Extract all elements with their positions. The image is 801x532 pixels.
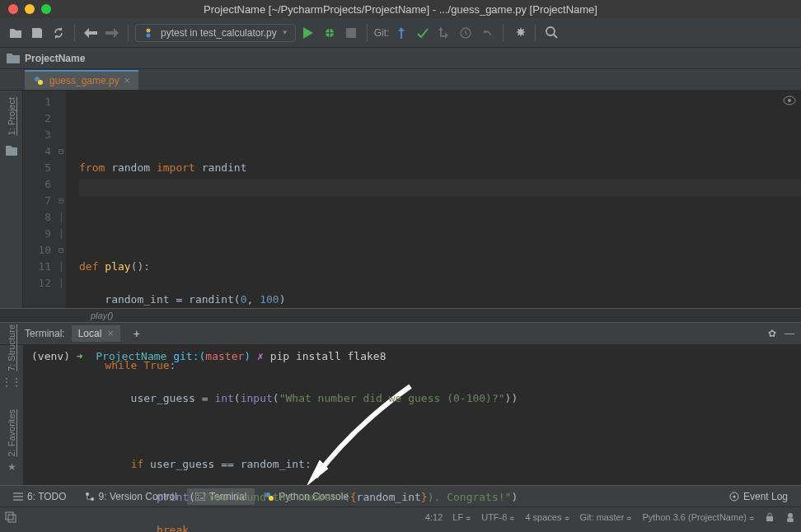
git-update-icon[interactable] <box>392 24 410 42</box>
maximize-window-button[interactable] <box>41 4 51 14</box>
svg-point-5 <box>546 27 555 35</box>
svg-rect-17 <box>6 512 13 520</box>
terminal-title: Terminal: <box>25 328 65 339</box>
tool-project[interactable]: 1: Project <box>7 91 16 142</box>
editor-tab[interactable]: guess_game.py × <box>25 70 138 90</box>
python-file-icon <box>33 75 44 86</box>
fold-gutter: ⊟ ⊟││⊟││ <box>56 91 66 308</box>
close-window-button[interactable] <box>8 4 18 14</box>
project-gutter-icon[interactable] <box>6 145 17 156</box>
inspection-eye-icon[interactable] <box>783 96 796 105</box>
left-tool-gutter: 1: Project <box>0 91 23 308</box>
tool-structure[interactable]: 7: Structure <box>7 320 16 376</box>
main-editor-area: 1: Project 123456789101112 ⊟ ⊟││⊟││ from… <box>0 91 801 308</box>
git-compare-icon[interactable] <box>435 24 453 42</box>
gutter-line-numbers: 123456789101112 <box>23 91 56 308</box>
git-revert-icon[interactable] <box>478 24 496 42</box>
nav-bar: ProjectName <box>0 48 801 69</box>
window-controls <box>0 4 51 14</box>
minimize-window-button[interactable] <box>25 4 35 14</box>
git-commit-icon[interactable] <box>414 24 432 42</box>
back-arrow-icon[interactable] <box>82 24 100 42</box>
code-editor[interactable]: from random import randint def play(): r… <box>66 91 801 308</box>
window-title: ProjectName [~/PycharmProjects/ProjectNa… <box>0 3 801 16</box>
svg-point-1 <box>147 33 151 37</box>
search-icon[interactable] <box>542 24 560 42</box>
open-icon[interactable] <box>7 24 25 42</box>
run-configuration-selector[interactable]: pytest in test_calculator.py ▼ <box>135 24 296 42</box>
settings-icon[interactable] <box>510 24 528 42</box>
chevron-down-icon: ▼ <box>282 29 288 36</box>
left-gutter-lower: 7: Structure ⋮⋮ 2: Favorites ★ <box>0 320 23 473</box>
titlebar: ProjectName [~/PycharmProjects/ProjectNa… <box>0 0 801 18</box>
tab-close-icon[interactable]: × <box>124 75 130 86</box>
forward-arrow-icon[interactable] <box>103 24 121 42</box>
svg-point-0 <box>147 28 151 32</box>
git-label: Git: <box>374 27 390 39</box>
svg-rect-18 <box>8 515 16 522</box>
bottom-tab-todo[interactable]: 6: TODO <box>5 488 75 505</box>
stop-icon[interactable] <box>342 24 360 42</box>
tool-favorites[interactable]: 2: Favorites <box>7 404 16 461</box>
status-windows-icon[interactable] <box>5 511 16 523</box>
debug-icon[interactable] <box>321 24 339 42</box>
nav-project[interactable]: ProjectName <box>25 53 85 64</box>
sync-icon[interactable] <box>49 24 68 42</box>
svg-point-7 <box>38 80 43 85</box>
folder-icon <box>7 53 20 64</box>
code-area: 123456789101112 ⊟ ⊟││⊟││ from random imp… <box>23 91 801 308</box>
svg-rect-3 <box>346 28 356 38</box>
svg-point-9 <box>788 99 791 102</box>
run-config-label: pytest in test_calculator.py <box>161 27 277 39</box>
run-icon[interactable] <box>299 24 317 42</box>
editor-tabs: guess_game.py × <box>0 69 801 91</box>
tab-filename: guess_game.py <box>49 75 119 86</box>
main-toolbar: pytest in test_calculator.py ▼ Git: <box>0 18 801 48</box>
save-icon[interactable] <box>28 24 46 42</box>
git-history-icon[interactable] <box>457 24 475 42</box>
todo-icon <box>13 492 23 501</box>
